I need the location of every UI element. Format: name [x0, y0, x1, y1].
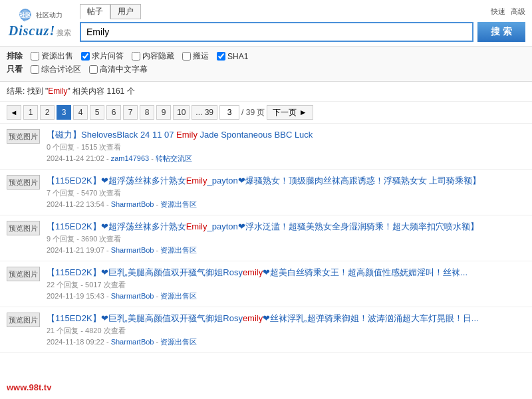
- views-2: 3690 次查看: [81, 235, 122, 243]
- section-link-1[interactable]: 资源出售区: [160, 200, 197, 208]
- date-1: 2024-11-22 13:54: [47, 200, 104, 208]
- page-prev[interactable]: ◄: [7, 105, 21, 120]
- result-title-0[interactable]: 【磁力】ShelovesBlack 24 11 07 Emily Jade Sp…: [47, 129, 499, 141]
- filter-label-1: 资源出售: [41, 51, 73, 62]
- page-next-btn[interactable]: 下一页 ►: [267, 105, 313, 120]
- replies-3: 22 个回复: [47, 281, 78, 289]
- date-3: 2024-11-19 15:43: [47, 292, 104, 300]
- filter-row-1: 排除 资源出售 求片问答 内容隐藏 搬运 SHA1: [7, 51, 525, 62]
- view-item-2[interactable]: 高清中文字幕: [89, 64, 148, 75]
- page-3[interactable]: 3: [57, 105, 71, 120]
- view-checkbox-1[interactable]: [31, 65, 39, 74]
- result-meta-2: 9 个回复 - 3690 次查看: [47, 234, 525, 244]
- result-content-3: 【115ED2K】❤巨乳,美腿高颜值双开骚气御姐Rosyemily❤超美白丝骑乘…: [47, 267, 525, 301]
- results-list: 预览图片 【磁力】ShelovesBlack 24 11 07 Emily Ja…: [0, 124, 532, 353]
- results-info: 结果: 找到 "Emily" 相关内容 1161 个: [0, 82, 532, 102]
- section-link-2[interactable]: 资源出售区: [160, 246, 197, 254]
- result-date-3: 2024-11-19 15:43 - SharmartBob - 资源出售区: [47, 291, 525, 301]
- filter-item-4[interactable]: 搬运: [182, 51, 209, 62]
- page-10[interactable]: 10: [173, 105, 190, 120]
- preview-btn-1[interactable]: 预览图片: [7, 175, 40, 190]
- result-date-4: 2024-11-18 09:22 - SharmartBob - 资源出售区: [47, 337, 525, 347]
- preview-btn-0[interactable]: 预览图片: [7, 129, 40, 144]
- result-title-1[interactable]: 【115ED2K】❤超浮荡丝袜多汁熟女Emily_payton❤爆骚熟女！顶级腿…: [47, 175, 499, 187]
- preview-btn-3[interactable]: 预览图片: [7, 267, 40, 281]
- section-link-4[interactable]: 资源出售区: [160, 338, 197, 346]
- view-checkbox-2[interactable]: [89, 65, 98, 74]
- result-item-4: 预览图片 【115ED2K】❤巨乳,美腿高颜值双开骚气御姐Rosyemily❤丝…: [0, 307, 532, 353]
- logo-area: 社区 社区动力 Discuz! 搜索: [7, 7, 73, 39]
- user-link-0[interactable]: zam147963: [111, 154, 150, 162]
- user-link-1[interactable]: SharmartBob: [111, 200, 154, 208]
- result-date-2: 2024-11-21 19:07 - SharmartBob - 资源出售区: [47, 245, 525, 255]
- view-item-1[interactable]: 综合讨论区: [31, 64, 81, 75]
- filter-checkbox-5[interactable]: [217, 52, 225, 61]
- result-title-4[interactable]: 【115ED2K】❤巨乳,美腿高颜值双开骚气御姐Rosyemily❤丝袜浮乳,超…: [47, 313, 499, 325]
- page-9[interactable]: 9: [156, 105, 171, 120]
- result-content-1: 【115ED2K】❤超浮荡丝袜多汁熟女Emily_payton❤爆骚熟女！顶级腿…: [47, 175, 525, 209]
- header: 社区 社区动力 Discuz! 搜索 帖子 用户 快速 高级 搜 索: [0, 0, 532, 47]
- tab-row: 帖子 用户 快速 高级: [80, 4, 525, 19]
- page-1[interactable]: 1: [23, 105, 38, 120]
- svg-text:社区: 社区: [19, 12, 31, 19]
- tab-posts[interactable]: 帖子: [80, 4, 110, 19]
- preview-btn-2[interactable]: 预览图片: [7, 221, 40, 235]
- filter-row-2: 只看 综合讨论区 高清中文字幕: [7, 64, 525, 75]
- filter-checkbox-4[interactable]: [182, 52, 191, 61]
- views-1: 5470 次查看: [81, 189, 122, 197]
- result-title-2[interactable]: 【115ED2K】❤超浮荡丝袜多汁熟女Emily_payton❤浮水泛滥！超骚美…: [47, 221, 499, 233]
- page-4[interactable]: 4: [73, 105, 88, 120]
- preview-btn-4[interactable]: 预览图片: [7, 313, 40, 327]
- highlight-1: Emily: [186, 176, 207, 186]
- page-7[interactable]: 7: [123, 105, 138, 120]
- logo-main-text: Discuz!: [9, 23, 55, 39]
- quick-link[interactable]: 快速: [491, 7, 505, 17]
- search-input[interactable]: [80, 22, 473, 42]
- page-total: / 39 页: [241, 107, 265, 118]
- page-8[interactable]: 8: [140, 105, 154, 120]
- filter-item-5[interactable]: SHA1: [217, 52, 248, 61]
- highlight-3: emily: [243, 267, 263, 277]
- user-link-2[interactable]: SharmartBob: [111, 246, 154, 254]
- filter-item-2[interactable]: 求片问答: [81, 51, 124, 62]
- user-link-3[interactable]: SharmartBob: [111, 292, 154, 300]
- adv-link[interactable]: 高级: [511, 7, 525, 17]
- user-link-4[interactable]: SharmartBob: [111, 338, 154, 346]
- result-content-4: 【115ED2K】❤巨乳,美腿高颜值双开骚气御姐Rosyemily❤丝袜浮乳,超…: [47, 313, 525, 347]
- result-item-3: 预览图片 【115ED2K】❤巨乳,美腿高颜值双开骚气御姐Rosyemily❤超…: [0, 261, 532, 307]
- page-5[interactable]: 5: [90, 105, 104, 120]
- views-3: 5017 次查看: [85, 281, 126, 289]
- result-meta-1: 7 个回复 - 5470 次查看: [47, 188, 525, 198]
- page-jump-input[interactable]: [219, 105, 239, 120]
- page-2[interactable]: 2: [40, 105, 55, 120]
- logo-search-label: 搜索: [57, 28, 71, 38]
- tab-users[interactable]: 用户: [110, 4, 141, 19]
- page-6[interactable]: 6: [106, 105, 121, 120]
- bubble-icon: 社区: [17, 7, 33, 23]
- views-0: 1515 次查看: [81, 143, 122, 151]
- section-link-0[interactable]: 转帖交流区: [156, 154, 192, 162]
- section-link-3[interactable]: 资源出售区: [160, 292, 197, 300]
- views-4: 4820 次查看: [85, 327, 126, 334]
- filter-item-1[interactable]: 资源出售: [31, 51, 73, 62]
- filter-label-3: 内容隐藏: [142, 51, 174, 62]
- result-meta-3: 22 个回复 - 5017 次查看: [47, 280, 525, 290]
- filter-label-2: 求片问答: [92, 51, 124, 62]
- view-label-1: 综合讨论区: [41, 64, 81, 75]
- page-ellipsis[interactable]: ... 39: [192, 105, 217, 120]
- exclude-label: 排除: [7, 51, 23, 62]
- watermark: www.98t.tv: [7, 382, 51, 392]
- highlight-4: emily: [243, 313, 263, 323]
- replies-4: 21 个回复: [47, 327, 78, 334]
- search-button[interactable]: 搜 索: [477, 22, 525, 42]
- filter-checkbox-2[interactable]: [81, 52, 90, 61]
- result-title-3[interactable]: 【115ED2K】❤巨乳,美腿高颜值双开骚气御姐Rosyemily❤超美白丝骑乘…: [47, 267, 499, 279]
- result-item-1: 预览图片 【115ED2K】❤超浮荡丝袜多汁熟女Emily_payton❤爆骚熟…: [0, 170, 532, 215]
- logo-top: 社区 社区动力: [17, 7, 63, 23]
- date-0: 2024-11-24 21:02: [47, 154, 104, 162]
- replies-2: 9 个回复: [47, 235, 74, 243]
- filter-checkbox-1[interactable]: [31, 52, 39, 61]
- date-2: 2024-11-21 19:07: [47, 246, 104, 254]
- filter-checkbox-3[interactable]: [132, 52, 140, 61]
- filter-item-3[interactable]: 内容隐藏: [132, 51, 174, 62]
